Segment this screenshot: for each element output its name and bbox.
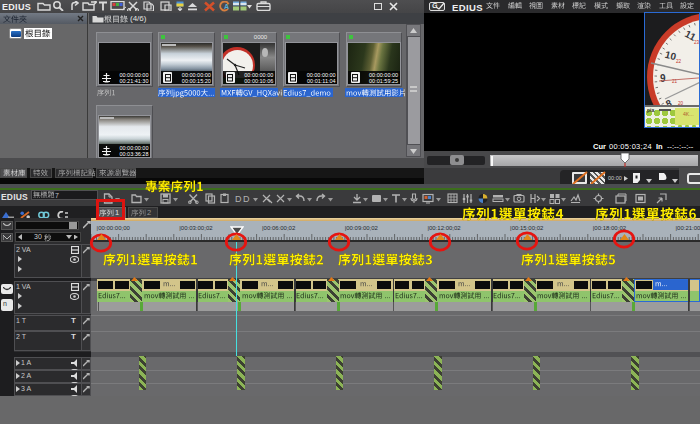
svg-text:D: D — [235, 194, 242, 204]
svg-text:A: A — [224, 3, 229, 10]
svg-text:D: D — [243, 194, 250, 204]
